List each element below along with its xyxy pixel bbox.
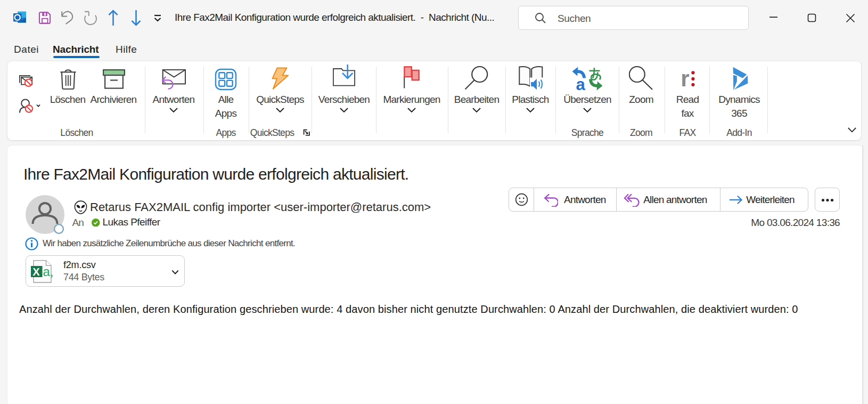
svg-text:a,: a,	[43, 264, 54, 279]
svg-text:X: X	[32, 266, 40, 278]
svg-text:r: r	[681, 67, 689, 89]
svg-text:a: a	[576, 75, 586, 91]
